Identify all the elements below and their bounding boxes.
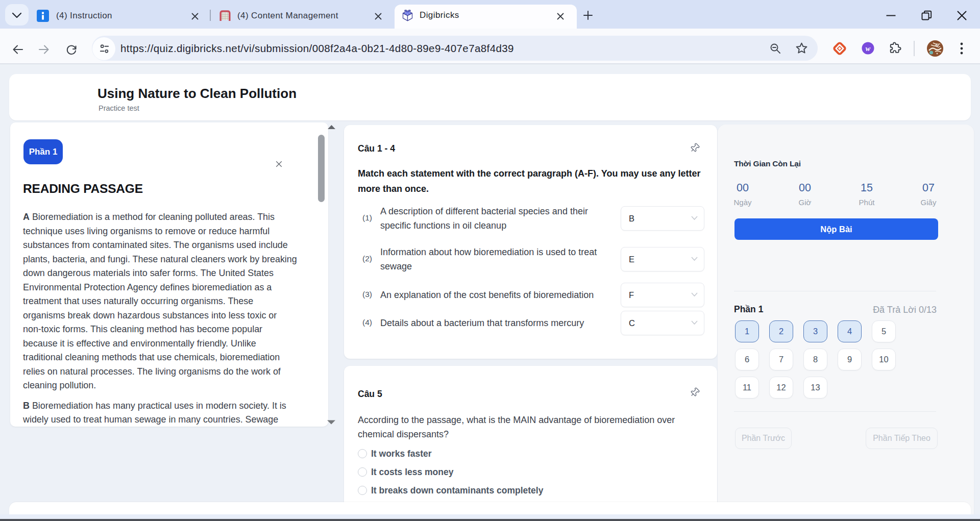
svg-text:w: w <box>866 45 871 53</box>
